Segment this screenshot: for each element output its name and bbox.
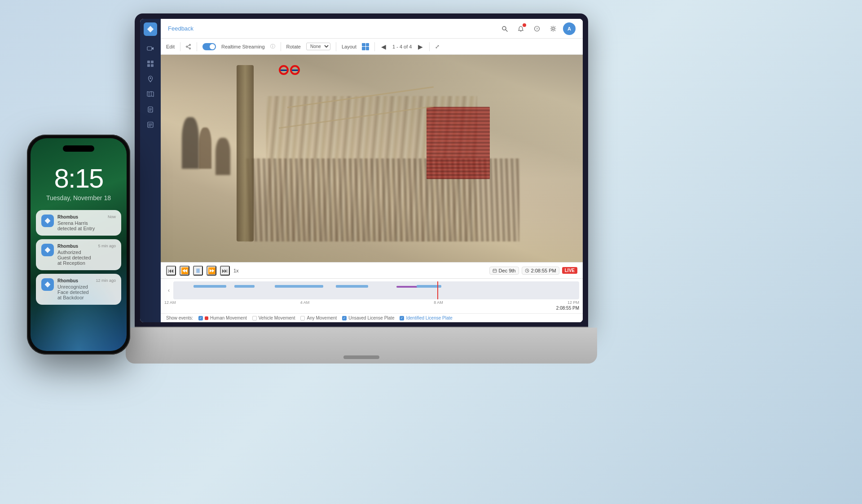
notif-icon-2 [41, 244, 54, 256]
time-tag[interactable]: 2:08:55 PM [522, 267, 559, 275]
notif-app-2: Rhombus [57, 244, 94, 249]
search-button[interactable] [498, 22, 511, 35]
clock-icon [525, 268, 529, 273]
scene: Feedback [0, 0, 862, 504]
video-toolbar: Edit Rea [161, 39, 583, 55]
event-checkbox-human [198, 316, 203, 320]
skip-to-start-button[interactable]: ⏮ [166, 266, 176, 276]
notif-time-1: Now [108, 215, 116, 219]
event-label-any: Any Movement [307, 316, 337, 320]
timeline-activity-4 [336, 285, 368, 288]
video-feed [161, 55, 583, 262]
notification-1: Rhombus Serena Harris detected at Entry … [36, 210, 121, 236]
timeline-area: ‹ [161, 278, 583, 313]
sidebar-item-location[interactable] [142, 72, 158, 86]
notif-content-3: Rhombus Unrecognized Face detected at Ba… [57, 278, 92, 300]
timeline-track[interactable] [173, 281, 579, 299]
svg-line-27 [187, 45, 189, 46]
toolbar-sep-1 [180, 42, 180, 51]
notification-2: Rhombus Authorized Guest detected at Rec… [36, 239, 121, 270]
event-chip-identified-lp[interactable]: Identified License Plate [400, 316, 452, 320]
notif-app-1: Rhombus [57, 215, 104, 219]
fast-forward-button[interactable]: ⏩ [207, 266, 216, 276]
svg-point-25 [189, 48, 190, 49]
svg-rect-6 [151, 64, 154, 67]
page-title: Feedback [168, 25, 498, 32]
timeline-activity-1 [194, 285, 226, 288]
video-date: Dec 9th [499, 268, 516, 273]
event-label-vehicle: Vehicle Movement [259, 316, 295, 320]
svg-rect-29 [493, 269, 497, 272]
sidebar-logo[interactable] [144, 22, 157, 36]
laptop-screen: Feedback [140, 19, 583, 322]
share-button[interactable] [186, 44, 191, 49]
calendar-tag[interactable]: Dec 9th [489, 267, 519, 275]
toolbar-sep-5 [374, 42, 375, 51]
timeline-prev-button[interactable]: ‹ [164, 286, 173, 295]
timeline-activity-2 [234, 285, 255, 288]
toolbar-sep-3 [281, 42, 281, 51]
topbar: Feedback [161, 19, 583, 39]
notification-3: Rhombus Unrecognized Face detected at Ba… [36, 274, 121, 305]
prev-page-button[interactable]: ◀ [380, 43, 387, 50]
phone-time: 8:15 [31, 163, 127, 194]
sidebar-item-dashboard[interactable] [142, 57, 158, 71]
grid-cell-2 [366, 43, 369, 47]
grid-cell-1 [362, 43, 365, 47]
event-chip-any[interactable]: Any Movement [300, 316, 337, 320]
event-dot-human [205, 316, 208, 320]
svg-marker-36 [45, 218, 51, 224]
sidebar-item-sensors[interactable] [142, 102, 158, 117]
fullscreen-button[interactable]: ⤢ [435, 44, 440, 50]
svg-line-20 [506, 30, 508, 31]
svg-point-19 [502, 26, 506, 30]
sidebar-item-map[interactable] [142, 87, 158, 101]
streaming-toggle[interactable] [202, 43, 216, 50]
layout-grid-icon[interactable] [362, 43, 369, 50]
bell-button[interactable] [515, 22, 527, 35]
laptop-base [126, 328, 597, 364]
event-chip-unsaved-lp[interactable]: Unsaved License Plate [342, 316, 394, 320]
skip-to-end-button[interactable]: ⏭ [220, 266, 230, 276]
timeline-label-12am: 12 AM [164, 300, 176, 305]
svg-line-28 [187, 47, 189, 48]
timeline-label-4am: 4 AM [300, 300, 310, 305]
svg-rect-4 [151, 61, 154, 63]
timeline-current-time: 2:08:55 PM [161, 306, 583, 311]
svg-rect-5 [147, 64, 150, 67]
settings-button[interactable] [547, 22, 559, 35]
storefront-overlay [427, 107, 490, 180]
rotate-select[interactable]: None 90° 180° 270° [306, 43, 330, 50]
toolbar-sep-6 [429, 42, 430, 51]
event-chip-human[interactable]: Human Movement [198, 316, 247, 320]
calendar-icon [493, 268, 497, 273]
svg-marker-37 [45, 247, 51, 253]
phone-device: 8:15 Tuesday, November 18 Rhombus Serena… [27, 135, 130, 355]
notif-content-2: Rhombus Authorized Guest detected at Rec… [57, 244, 94, 266]
sidebar [140, 19, 161, 322]
events-label: Show events: [166, 316, 193, 320]
svg-marker-0 [147, 26, 154, 32]
event-label-identified-lp: Identified License Plate [406, 316, 452, 320]
grid-cell-4 [366, 47, 369, 50]
event-chip-vehicle[interactable]: Vehicle Movement [252, 316, 295, 320]
live-badge[interactable]: LIVE [562, 267, 577, 274]
user-avatar[interactable]: A [563, 22, 576, 35]
edit-button[interactable]: Edit [166, 44, 175, 49]
help-button[interactable]: ? [531, 22, 543, 35]
laptop-notch [343, 355, 379, 359]
notif-content-1: Rhombus Serena Harris detected at Entry [57, 215, 104, 231]
svg-marker-8 [147, 92, 154, 96]
sidebar-item-cameras[interactable] [142, 41, 158, 56]
streaming-label: Realtime Streaming [221, 44, 265, 49]
rewind-button[interactable]: ⏪ [180, 266, 189, 276]
sidebar-item-reports[interactable] [142, 118, 158, 132]
notif-icon-3 [41, 278, 54, 291]
pause-button[interactable]: ⏸ [193, 266, 203, 276]
svg-point-24 [189, 44, 190, 45]
svg-rect-3 [147, 61, 150, 63]
event-checkbox-vehicle [252, 316, 257, 320]
event-label-human: Human Movement [210, 316, 247, 320]
video-time: 2:08:55 PM [531, 268, 556, 273]
next-page-button[interactable]: ▶ [417, 43, 424, 50]
